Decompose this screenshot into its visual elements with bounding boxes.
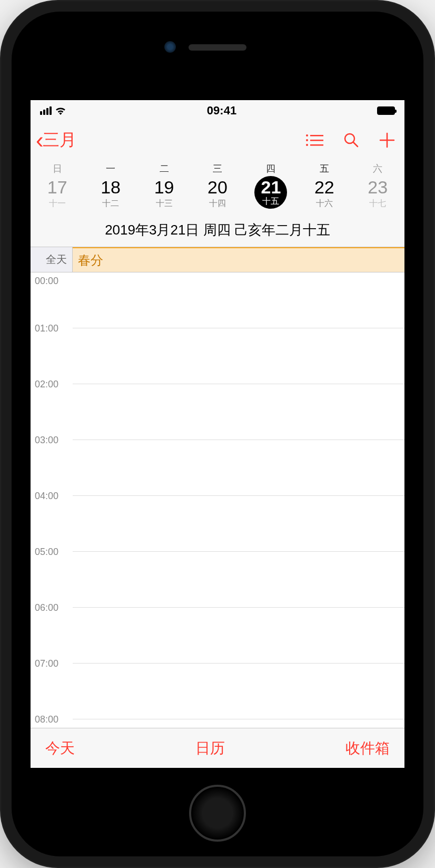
home-button[interactable] [189, 785, 246, 842]
day-number: 21 [261, 178, 281, 196]
hour-row[interactable]: 06:00 [73, 608, 404, 664]
day-cell[interactable]: 23十七 [351, 178, 404, 209]
inbox-button[interactable]: 收件箱 [345, 738, 390, 758]
svg-rect-3 [310, 140, 323, 141]
battery-icon [377, 106, 395, 115]
day-lunar: 十二 [102, 198, 119, 209]
phone-inner: 09:41 ‹ 三月 [12, 12, 423, 856]
weekday-label: 日 [31, 162, 84, 175]
day-number: 20 [207, 178, 228, 196]
hour-label: 02:00 [35, 379, 58, 390]
day-lunar: 十五 [262, 196, 279, 207]
all-day-event[interactable]: 春分 [73, 247, 404, 272]
weekday-label: 五 [298, 162, 351, 175]
hour-label: 06:00 [35, 602, 58, 613]
weekday-row: 日一二三四五六 [31, 162, 404, 175]
today-button[interactable]: 今天 [45, 738, 75, 758]
svg-point-0 [306, 134, 308, 136]
date-label: 2019年3月21日 周四 己亥年二月十五 [31, 214, 404, 247]
signal-icon [40, 106, 52, 115]
svg-rect-1 [310, 135, 323, 136]
days-row: 17十一18十二19十三20十四21十五22十六23十七 [31, 178, 404, 209]
weekday-label: 六 [351, 162, 404, 175]
hour-row[interactable]: 00:00 [73, 272, 404, 328]
hour-label: 07:00 [35, 658, 58, 669]
hour-label: 05:00 [35, 547, 58, 558]
hour-row[interactable]: 01:00 [73, 328, 404, 384]
day-lunar: 十一 [49, 198, 66, 209]
svg-point-4 [306, 144, 308, 146]
hour-row[interactable]: 02:00 [73, 384, 404, 440]
status-bar: 09:41 [31, 100, 404, 121]
day-cell[interactable]: 19十三 [137, 178, 191, 209]
all-day-label: 全天 [31, 247, 73, 272]
day-number: 18 [101, 178, 121, 196]
hour-row[interactable]: 05:00 [73, 552, 404, 608]
svg-point-2 [306, 139, 308, 141]
hour-row[interactable]: 07:00 [73, 664, 404, 719]
timeline[interactable]: 00:0001:0002:0003:0004:0005:0006:0007:00… [31, 272, 404, 728]
back-button[interactable]: ‹ 三月 [36, 129, 76, 152]
status-time: 09:41 [207, 104, 236, 118]
front-camera [164, 41, 176, 53]
weekday-label: 一 [84, 162, 137, 175]
screen: 09:41 ‹ 三月 [31, 100, 404, 768]
hour-row[interactable]: 03:00 [73, 440, 404, 496]
nav-bar: ‹ 三月 [31, 121, 404, 159]
hour-row[interactable]: 04:00 [73, 496, 404, 552]
nav-right [305, 132, 395, 148]
day-number: 19 [154, 178, 174, 196]
day-lunar: 十七 [369, 198, 386, 209]
day-cell[interactable]: 17十一 [31, 178, 84, 209]
day-number: 22 [314, 178, 334, 196]
weekday-label: 三 [191, 162, 244, 175]
status-right [377, 106, 395, 115]
hour-row[interactable]: 08:00 [73, 719, 404, 728]
wifi-icon [55, 106, 66, 115]
status-left [40, 106, 66, 115]
toolbar: 今天 日历 收件箱 [31, 728, 404, 768]
day-lunar: 十三 [156, 198, 173, 209]
hour-label: 00:00 [35, 276, 58, 287]
hour-label: 01:00 [35, 323, 58, 334]
day-cell[interactable]: 21十五 [244, 178, 298, 209]
phone-frame: 09:41 ‹ 三月 [0, 0, 435, 868]
list-view-icon[interactable] [305, 133, 323, 147]
add-event-icon[interactable] [379, 132, 395, 148]
day-number: 23 [368, 178, 388, 196]
day-lunar: 十四 [209, 198, 226, 209]
back-label: 三月 [43, 129, 76, 152]
weekday-label: 四 [244, 162, 298, 175]
weekday-label: 二 [137, 162, 191, 175]
day-lunar: 十六 [316, 198, 333, 209]
speaker-grille [189, 44, 246, 51]
calendars-button[interactable]: 日历 [195, 738, 225, 758]
hour-label: 08:00 [35, 714, 58, 725]
day-cell[interactable]: 18十二 [84, 178, 137, 209]
day-cell[interactable]: 20十四 [191, 178, 244, 209]
search-icon[interactable] [343, 132, 359, 148]
all-day-row: 全天 春分 [31, 247, 404, 272]
day-cell[interactable]: 22十六 [298, 178, 351, 209]
svg-line-7 [353, 142, 358, 147]
day-number: 17 [47, 178, 67, 196]
svg-rect-5 [310, 144, 323, 146]
hour-label: 04:00 [35, 491, 58, 502]
hour-label: 03:00 [35, 435, 58, 446]
week-header: 日一二三四五六 17十一18十二19十三20十四21十五22十六23十七 [31, 159, 404, 214]
